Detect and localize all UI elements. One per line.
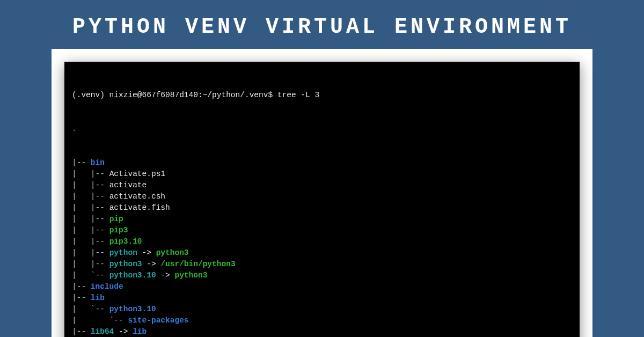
tree-line: | |-- activate.csh bbox=[72, 191, 572, 202]
tree-prefix: |-- bbox=[72, 327, 91, 336]
symlink-arrow: -> bbox=[114, 327, 133, 336]
tree-entry-name: bin bbox=[91, 158, 105, 167]
tree-entry-name: Activate.ps1 bbox=[109, 170, 165, 178]
symlink-arrow: -> bbox=[156, 271, 175, 280]
tree-line: | |-- activate.fish bbox=[72, 202, 572, 214]
tree-entry-name: pip bbox=[109, 215, 123, 223]
tree-prefix: | |-- bbox=[72, 181, 109, 189]
tree-line: | |-- pip3.10 bbox=[72, 236, 572, 247]
tree-line: | `-- python3.10 bbox=[72, 304, 572, 315]
tree-entry-name: python3 bbox=[109, 260, 142, 268]
tree-prefix: | |-- bbox=[72, 215, 109, 223]
tree-prefix: |-- bbox=[72, 282, 91, 291]
tree-root: . bbox=[72, 123, 572, 135]
tree-entry-name: activate bbox=[109, 181, 147, 189]
terminal-card: (.venv) nixzie@667f6087d140:~/python/.ve… bbox=[52, 49, 592, 337]
tree-prefix: | |-- bbox=[72, 192, 109, 201]
tree-line: | |-- Activate.ps1 bbox=[72, 169, 572, 180]
symlink-arrow: -> bbox=[142, 260, 161, 268]
tree-prefix: | `-- bbox=[72, 305, 109, 313]
tree-entry-name: python bbox=[109, 248, 137, 257]
tree-line: |-- lib bbox=[72, 292, 572, 304]
tree-line: | |-- activate bbox=[72, 180, 572, 191]
shell-prompt: (.venv) nixzie@667f6087d140:~/python/.ve… bbox=[72, 91, 277, 99]
tree-line: |-- lib64 -> lib bbox=[72, 326, 572, 337]
prompt-line-1: (.venv) nixzie@667f6087d140:~/python/.ve… bbox=[72, 90, 572, 101]
tree-entry-name: pip3 bbox=[109, 226, 128, 235]
tree-prefix: | `-- bbox=[72, 271, 109, 280]
tree-prefix: | |-- bbox=[72, 170, 109, 178]
tree-entry-name: include bbox=[91, 282, 123, 291]
tree-entry-name: lib bbox=[91, 294, 105, 302]
tree-line: | |-- pip3 bbox=[72, 225, 572, 236]
tree-line: | `-- site-packages bbox=[72, 315, 572, 326]
symlink-target: lib bbox=[133, 327, 147, 336]
tree-prefix: | |-- bbox=[72, 203, 109, 212]
tree-entry-name: site-packages bbox=[128, 316, 188, 325]
tree-prefix: | |-- bbox=[72, 260, 109, 268]
tree-prefix: |-- bbox=[72, 158, 91, 167]
tree-prefix: | |-- bbox=[72, 248, 109, 257]
shell-command: tree -L 3 bbox=[277, 91, 319, 99]
tree-prefix: | |-- bbox=[72, 237, 109, 246]
tree-line: |-- bin bbox=[72, 157, 572, 169]
tree-prefix: | |-- bbox=[72, 226, 109, 235]
symlink-target: /usr/bin/python3 bbox=[160, 260, 235, 268]
tree-entry-name: lib64 bbox=[91, 327, 114, 336]
tree-line: |-- include bbox=[72, 281, 572, 292]
tree-entry-name: python3.10 bbox=[109, 305, 156, 313]
tree-line: | |-- python3 -> /usr/bin/python3 bbox=[72, 259, 572, 270]
tree-prefix: | `-- bbox=[72, 316, 128, 325]
tree-line: | |-- python -> python3 bbox=[72, 247, 572, 259]
tree-prefix: |-- bbox=[72, 294, 91, 302]
tree-line: | `-- python3.10 -> python3 bbox=[72, 270, 572, 281]
symlink-target: python3 bbox=[156, 248, 189, 257]
symlink-arrow: -> bbox=[137, 248, 156, 257]
symlink-target: python3 bbox=[174, 271, 207, 280]
tree-entry-name: activate.csh bbox=[109, 192, 165, 201]
page-title: PYTHON VENV VIRTUAL ENVIRONMENT bbox=[0, 0, 644, 49]
tree-line: | |-- pip bbox=[72, 214, 572, 225]
tree-output: |-- bin| |-- Activate.ps1| |-- activate|… bbox=[72, 157, 572, 337]
terminal-window[interactable]: (.venv) nixzie@667f6087d140:~/python/.ve… bbox=[64, 62, 580, 337]
tree-entry-name: activate.fish bbox=[109, 203, 170, 212]
tree-entry-name: python3.10 bbox=[109, 271, 156, 280]
tree-entry-name: pip3.10 bbox=[109, 237, 142, 246]
